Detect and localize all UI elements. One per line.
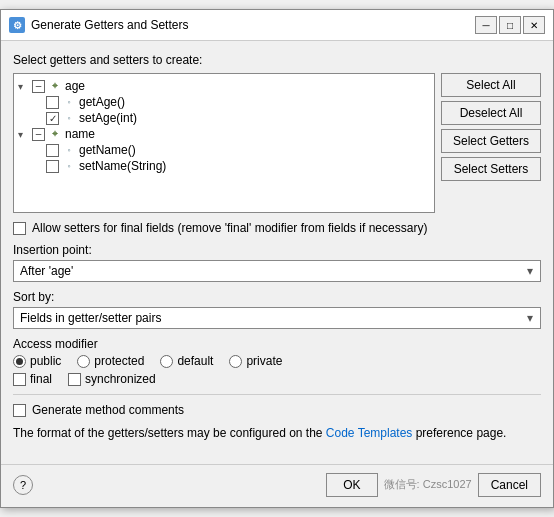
instruction-label: Select getters and setters to create:: [13, 53, 541, 67]
sort-by-label: Sort by:: [13, 290, 541, 304]
sort-by-wrapper: Fields in getter/setter pairs Alphabetic…: [13, 307, 541, 329]
code-templates-link[interactable]: Code Templates: [326, 426, 413, 440]
title-bar: ⚙ Generate Getters and Setters ─ □ ✕: [1, 10, 553, 41]
radio-private[interactable]: private: [229, 354, 282, 368]
field-icon: ⌖: [48, 79, 62, 93]
radio-group: public protected default private: [13, 354, 541, 368]
maximize-button[interactable]: □: [499, 16, 521, 34]
tree-row[interactable]: ◦ getAge(): [18, 94, 430, 110]
radio-default-circle[interactable]: [160, 355, 173, 368]
tree-checkbox-setname[interactable]: [46, 160, 59, 173]
sort-by-dropdown[interactable]: Fields in getter/setter pairs Alphabetic…: [13, 307, 541, 329]
ok-button[interactable]: OK: [326, 473, 377, 497]
synchronized-label: synchronized: [85, 372, 156, 386]
main-window: ⚙ Generate Getters and Setters ─ □ ✕ Sel…: [0, 9, 554, 508]
footer: ? OK 微信号: Czsc1027 Cancel: [1, 464, 553, 507]
info-text-after: preference page.: [412, 426, 506, 440]
radio-public-label: public: [30, 354, 61, 368]
tree-checkbox-age[interactable]: [32, 80, 45, 93]
deselect-all-button[interactable]: Deselect All: [441, 101, 541, 125]
final-checkbox[interactable]: [13, 373, 26, 386]
radio-protected-label: protected: [94, 354, 144, 368]
insertion-point-dropdown[interactable]: After 'age' Before 'age' Last member Fir…: [13, 260, 541, 282]
select-setters-button[interactable]: Select Setters: [441, 157, 541, 181]
title-bar-controls: ─ □ ✕: [475, 16, 545, 34]
chevron-icon: ▾: [18, 81, 32, 92]
checkbox-synchronized-item[interactable]: synchronized: [68, 372, 156, 386]
footer-buttons: OK 微信号: Czsc1027 Cancel: [326, 473, 541, 497]
radio-private-label: private: [246, 354, 282, 368]
window-icon: ⚙: [9, 17, 25, 33]
insertion-point-wrapper: After 'age' Before 'age' Last member Fir…: [13, 260, 541, 282]
radio-protected[interactable]: protected: [77, 354, 144, 368]
watermark: 微信号: Czsc1027: [384, 477, 472, 492]
method-icon: ◦: [62, 159, 76, 173]
tree-row[interactable]: ◦ setName(String): [18, 158, 430, 174]
window-title: Generate Getters and Setters: [31, 18, 469, 32]
tree-checkbox-getage[interactable]: [46, 96, 59, 109]
final-label: final: [30, 372, 52, 386]
tree-item-label: age: [65, 79, 85, 93]
dialog-content: Select getters and setters to create: ▾ …: [1, 41, 553, 464]
tree-checkbox-name[interactable]: [32, 128, 45, 141]
insertion-point-label: Insertion point:: [13, 243, 541, 257]
checkbox-final-item[interactable]: final: [13, 372, 52, 386]
chevron-icon: ▾: [18, 129, 32, 140]
field-icon: ⌖: [48, 127, 62, 141]
radio-default[interactable]: default: [160, 354, 213, 368]
info-text-before: The format of the getters/setters may be…: [13, 426, 326, 440]
tree-checkbox-getname[interactable]: [46, 144, 59, 157]
generate-comments-row: Generate method comments: [13, 403, 541, 417]
radio-default-label: default: [177, 354, 213, 368]
tree-item-label: setName(String): [79, 159, 166, 173]
tree-item-label: setAge(int): [79, 111, 137, 125]
method-icon: ◦: [62, 111, 76, 125]
side-buttons: Select All Deselect All Select Getters S…: [441, 73, 541, 213]
tree-item-label: getAge(): [79, 95, 125, 109]
select-getters-button[interactable]: Select Getters: [441, 129, 541, 153]
allow-setters-row: Allow setters for final fields (remove '…: [13, 221, 541, 235]
generate-comments-label: Generate method comments: [32, 403, 184, 417]
radio-private-circle[interactable]: [229, 355, 242, 368]
cancel-button[interactable]: Cancel: [478, 473, 541, 497]
tree-checkbox-setage[interactable]: ✓: [46, 112, 59, 125]
tree-item-label: getName(): [79, 143, 136, 157]
tree-row[interactable]: ◦ getName(): [18, 142, 430, 158]
select-all-button[interactable]: Select All: [441, 73, 541, 97]
close-button[interactable]: ✕: [523, 16, 545, 34]
radio-public-circle[interactable]: [13, 355, 26, 368]
synchronized-checkbox[interactable]: [68, 373, 81, 386]
tree-row[interactable]: ✓ ◦ setAge(int): [18, 110, 430, 126]
minimize-button[interactable]: ─: [475, 16, 497, 34]
method-icon: ◦: [62, 143, 76, 157]
tree-item-label: name: [65, 127, 95, 141]
allow-setters-label: Allow setters for final fields (remove '…: [32, 221, 427, 235]
tree-row[interactable]: ▾ ⌖ name: [18, 126, 430, 142]
access-modifier-section: Access modifier public protected default…: [13, 337, 541, 386]
radio-protected-circle[interactable]: [77, 355, 90, 368]
method-icon: ◦: [62, 95, 76, 109]
allow-setters-checkbox[interactable]: [13, 222, 26, 235]
divider: [13, 394, 541, 395]
radio-public[interactable]: public: [13, 354, 61, 368]
tree-row[interactable]: ▾ ⌖ age: [18, 78, 430, 94]
tree-area: ▾ ⌖ age ◦ getAge() ✓: [13, 73, 541, 213]
info-text: The format of the getters/setters may be…: [13, 425, 541, 442]
tree-panel[interactable]: ▾ ⌖ age ◦ getAge() ✓: [13, 73, 435, 213]
generate-comments-checkbox[interactable]: [13, 404, 26, 417]
help-button[interactable]: ?: [13, 475, 33, 495]
access-modifier-label: Access modifier: [13, 337, 541, 351]
checkbox-group: final synchronized: [13, 372, 541, 386]
